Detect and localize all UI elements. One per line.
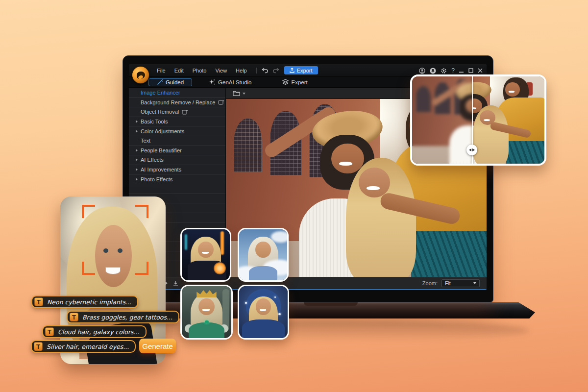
export-label: Export	[297, 68, 313, 74]
emerald-necklace-shape	[205, 320, 208, 323]
sidebar-item-label: Background Remove / Replace	[141, 99, 215, 105]
sidebar-item-label: AI Improvements	[141, 167, 181, 172]
tab-guided[interactable]: Guided	[148, 78, 192, 86]
redo-icon[interactable]	[272, 68, 279, 74]
generated-thumbnail-cyberpunk[interactable]	[180, 228, 231, 282]
help-icon[interactable]: ?	[451, 67, 455, 74]
sidebar-item-ai-improvements[interactable]: AI Improvements	[129, 165, 225, 175]
sidebar-item-basic-tools[interactable]: Basic Tools	[129, 117, 225, 127]
sparkle-shape	[245, 302, 247, 304]
menu-photo[interactable]: Photo	[188, 68, 211, 74]
marketing-hero: File Edit Photo View Help	[0, 0, 588, 392]
maximize-icon[interactable]	[468, 68, 473, 73]
sidebar-item-label: Text	[141, 138, 150, 144]
sidebar-item-ai-effects[interactable]: AI Effects	[129, 155, 225, 165]
prompt-text: Cloud hair, galaxy colors...	[58, 328, 140, 336]
sidebar-item-label: Image Enhancer	[141, 90, 180, 96]
zoom-control: Zoom: Fit	[422, 279, 480, 287]
menu-view[interactable]: View	[211, 68, 231, 74]
prompt-chip[interactable]: T Cloud hair, galaxy colors...	[42, 325, 147, 338]
folder-caret-icon	[243, 93, 245, 95]
focus-corner-icon	[82, 205, 95, 218]
sidebar-item-image-enhancer[interactable]: Image Enhancer	[129, 88, 225, 98]
menu-file[interactable]: File	[152, 68, 170, 74]
blue-cloak-shape	[242, 319, 285, 339]
minimize-icon[interactable]	[459, 68, 464, 73]
prompt-chip[interactable]: T Brass goggles, gear tattoos...	[67, 311, 179, 323]
smile-shape	[202, 309, 209, 311]
blue-dress-shape	[249, 266, 278, 281]
slider-left-arrow-icon	[469, 148, 471, 151]
text-prompt-icon: T	[45, 327, 54, 336]
teal-skirt-shape	[411, 231, 487, 277]
sidebar-item-label: AI Effects	[141, 157, 164, 163]
comparison-slider-handle[interactable]	[466, 145, 477, 155]
smile-shape	[367, 186, 380, 190]
prompt-text: Silver hair, emerald eyes...	[47, 343, 129, 350]
pin-view-icon[interactable]	[172, 280, 179, 286]
before-photo-blurred	[412, 76, 472, 164]
sidebar-item-object-removal[interactable]: Object Removal	[129, 107, 225, 117]
generated-thumbnail-queen[interactable]	[180, 285, 233, 340]
expand-arrow-icon	[136, 120, 138, 123]
sidebar-item-photo-effects[interactable]: Photo Effects	[129, 174, 225, 184]
generated-thumbnail-hooded[interactable]	[238, 285, 289, 340]
text-prompt-icon: T	[34, 342, 43, 351]
slider-right-arrow-icon	[472, 148, 475, 151]
export-button[interactable]: Export	[284, 66, 318, 74]
expert-cube-icon	[282, 79, 289, 85]
text-prompt-icon: T	[70, 313, 78, 321]
generated-thumbnail-clouds[interactable]	[238, 228, 289, 282]
zoom-dropdown[interactable]: Fit	[441, 279, 480, 287]
sidebar-item-text[interactable]: Text	[129, 136, 225, 146]
tab-genai-studio[interactable]: GenAI Studio	[209, 79, 251, 85]
tab-expert[interactable]: Expert	[282, 79, 308, 85]
tab-guided-label: Guided	[166, 79, 184, 85]
smile-shape	[260, 309, 267, 311]
zoom-label: Zoom:	[422, 280, 438, 286]
tab-genai-label: GenAI Studio	[218, 79, 251, 85]
prompt-text: Neon cybernetic implants...	[47, 298, 131, 306]
focus-corner-icon	[135, 205, 148, 218]
open-folder-icon[interactable]	[233, 90, 245, 97]
sidebar-item-label: Photo Effects	[141, 176, 172, 182]
generate-button[interactable]: Generate	[139, 339, 176, 353]
smile-shape	[339, 162, 352, 166]
sparkle-icon	[209, 79, 215, 85]
face-shape	[198, 242, 213, 258]
notifications-bell-icon[interactable]	[430, 68, 436, 74]
green-dress-shape	[189, 322, 224, 339]
glowing-ring-shape	[214, 262, 226, 274]
menu-edit[interactable]: Edit	[170, 68, 188, 74]
text-prompt-icon: T	[34, 297, 43, 306]
zoom-value: Fit	[445, 280, 451, 286]
sidebar-item-color-adjustments[interactable]: Color Adjustments	[129, 126, 225, 136]
face-detection-frame	[82, 205, 148, 275]
expand-arrow-icon	[136, 158, 138, 161]
face-shape	[198, 298, 214, 315]
sidebar-item-label: Basic Tools	[141, 119, 168, 124]
undo-icon[interactable]	[262, 68, 269, 74]
tab-expert-label: Expert	[292, 79, 308, 85]
magic-wand-icon	[157, 79, 163, 85]
sidebar-item-people-beautifier[interactable]: People Beautifier	[129, 146, 225, 156]
neon-bar-shape	[185, 234, 187, 249]
close-icon[interactable]	[478, 68, 483, 73]
account-icon[interactable]	[419, 68, 425, 74]
sidebar-empty-row	[129, 184, 225, 194]
menu-help[interactable]: Help	[231, 68, 251, 74]
expand-arrow-icon	[136, 168, 138, 171]
focus-corner-icon	[135, 262, 148, 275]
menubar-divider	[256, 68, 257, 74]
expand-arrow-icon	[136, 149, 138, 152]
sidebar-item-label: Color Adjustments	[141, 128, 184, 134]
prompt-chip[interactable]: T Neon cybernetic implants...	[31, 295, 138, 308]
arched-window-shape	[234, 119, 263, 172]
neon-bar-shape	[220, 231, 224, 255]
sidebar-item-label: Object Removal	[141, 109, 179, 115]
zoom-caret-icon	[473, 282, 476, 284]
sidebar-item-background-remove[interactable]: Background Remove / Replace	[129, 98, 225, 108]
prompt-text: Brass goggles, gear tattoos...	[82, 314, 172, 321]
settings-gear-icon[interactable]	[441, 68, 447, 74]
prompt-chip[interactable]: T Silver hair, emerald eyes...	[31, 340, 136, 353]
